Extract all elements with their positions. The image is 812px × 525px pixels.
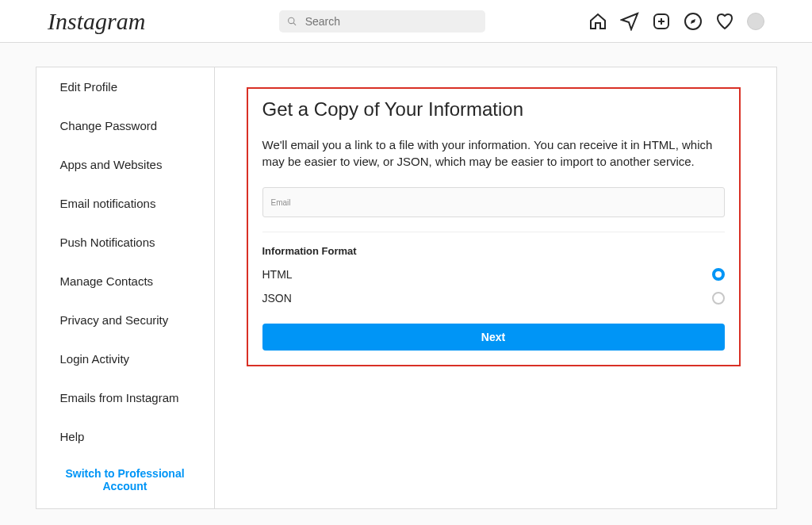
brand-logo[interactable]: Instagram: [48, 8, 145, 35]
page-description: We'll email you a link to a file with yo…: [262, 136, 725, 170]
sidebar-item-email-notifications[interactable]: Email notifications: [36, 184, 214, 223]
sidebar-item-change-password[interactable]: Change Password: [36, 106, 214, 145]
page-title: Get a Copy of Your Information: [262, 98, 725, 121]
sidebar-item-push-notifications[interactable]: Push Notifications: [36, 223, 214, 262]
highlight-box: Get a Copy of Your Information We'll ema…: [247, 87, 741, 366]
sidebar-item-help[interactable]: Help: [36, 417, 214, 456]
format-option-json-label: JSON: [262, 292, 292, 305]
switch-professional-link[interactable]: Switch to Professional Account: [36, 456, 214, 508]
sidebar-item-login-activity[interactable]: Login Activity: [36, 339, 214, 378]
sidebar-item-privacy-security[interactable]: Privacy and Security: [36, 301, 214, 339]
separator: [262, 232, 725, 232]
sidebar-item-apps-websites[interactable]: Apps and Websites: [36, 145, 214, 184]
activity-icon[interactable]: [715, 12, 734, 31]
settings-container: Edit Profile Change Password Apps and We…: [36, 67, 777, 509]
next-button[interactable]: Next: [262, 324, 725, 351]
settings-sidebar: Edit Profile Change Password Apps and We…: [36, 67, 215, 509]
top-nav: Instagram: [0, 0, 812, 43]
format-option-html[interactable]: HTML: [262, 268, 725, 281]
explore-icon[interactable]: [684, 12, 703, 31]
logo-area: Instagram: [48, 8, 238, 35]
email-label: Email: [271, 198, 716, 207]
settings-content: Get a Copy of Your Information We'll ema…: [215, 67, 777, 509]
email-field[interactable]: Email: [262, 187, 725, 217]
format-option-html-label: HTML: [262, 268, 293, 281]
new-post-icon[interactable]: [652, 12, 671, 31]
profile-avatar[interactable]: [747, 13, 764, 30]
format-option-json[interactable]: JSON: [262, 292, 725, 305]
svg-marker-6: [691, 19, 695, 24]
radio-checked-icon: [712, 268, 725, 281]
svg-line-1: [293, 22, 296, 25]
search-box[interactable]: [279, 10, 485, 33]
sidebar-item-edit-profile[interactable]: Edit Profile: [36, 67, 214, 106]
radio-unchecked-icon: [712, 292, 725, 305]
nav-icons: [527, 12, 764, 31]
search-icon: [287, 16, 297, 27]
sidebar-item-manage-contacts[interactable]: Manage Contacts: [36, 262, 214, 301]
format-heading: Information Format: [262, 245, 725, 257]
svg-point-0: [289, 17, 294, 23]
sidebar-item-emails-instagram[interactable]: Emails from Instagram: [36, 378, 214, 417]
messages-icon[interactable]: [620, 12, 639, 31]
search-input[interactable]: [305, 15, 477, 28]
home-icon[interactable]: [588, 12, 607, 31]
